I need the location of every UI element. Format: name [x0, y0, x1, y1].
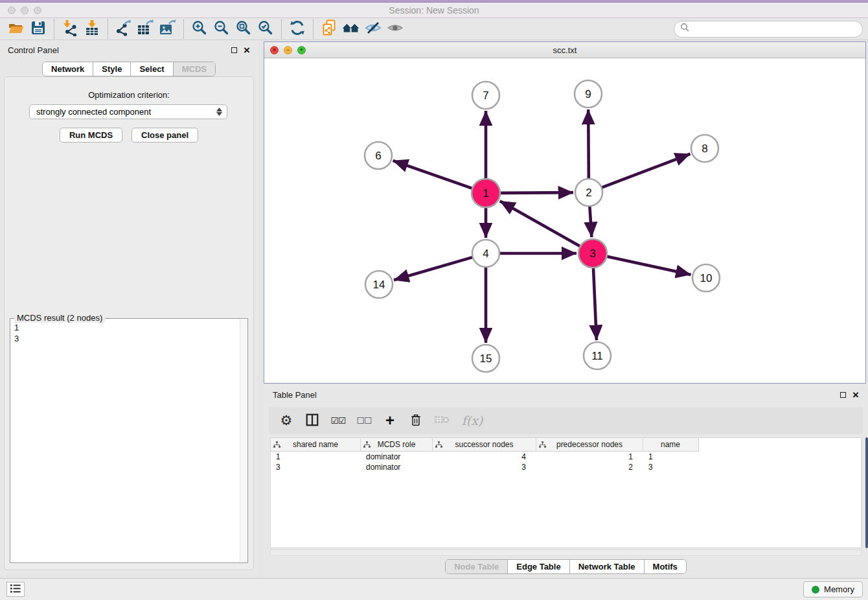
copy-network-icon — [321, 19, 337, 39]
float-table-panel-icon[interactable] — [840, 392, 846, 398]
table-settings-button[interactable]: ⚙ — [277, 410, 296, 432]
table-row[interactable]: 3dominator323 — [271, 462, 861, 472]
search-input[interactable] — [690, 24, 856, 34]
zoom-out-button[interactable] — [211, 19, 233, 39]
status-bar: Memory — [0, 578, 868, 600]
chevron-up-down-icon — [216, 108, 222, 116]
cell-shared-name[interactable]: 1 — [271, 452, 361, 461]
toggle-column-pane-button[interactable] — [303, 410, 322, 432]
export-table-icon — [136, 19, 155, 38]
task-history-button[interactable] — [6, 582, 25, 597]
column-header-predecessor-nodes[interactable]: predecessor nodes — [536, 438, 643, 451]
export-network-icon — [115, 19, 133, 38]
edge-3-1[interactable] — [500, 201, 581, 246]
graph-node-label: 10 — [700, 272, 713, 284]
cell-name[interactable]: 3 — [643, 463, 698, 472]
double-home-icon — [341, 19, 361, 38]
refresh-view-button[interactable] — [286, 19, 308, 39]
memory-label: Memory — [824, 584, 854, 594]
result-scrollbar[interactable] — [240, 319, 247, 562]
add-column-button[interactable]: + — [380, 410, 400, 432]
export-network-button[interactable] — [113, 19, 135, 39]
copy-view-button[interactable] — [318, 19, 340, 39]
column-header-name[interactable]: name — [643, 438, 698, 451]
tab-style[interactable]: Style — [93, 62, 130, 76]
hide-selected-button[interactable] — [362, 19, 384, 39]
edge-4-14[interactable] — [394, 257, 474, 281]
network-graph[interactable]: 7968124314101511 — [264, 58, 865, 383]
optimization-dropdown[interactable]: strongly connected component — [29, 104, 227, 119]
cell-successor-nodes[interactable]: 3 — [433, 463, 536, 472]
zoom-fit-button[interactable] — [233, 19, 255, 39]
delete-column-button[interactable] — [406, 410, 426, 432]
plus-icon: + — [385, 413, 394, 428]
close-panel-icon[interactable]: × — [244, 45, 250, 56]
save-session-button[interactable] — [27, 19, 49, 39]
toolbar-separator — [313, 19, 314, 39]
zoom-in-button[interactable] — [188, 19, 211, 39]
zoom-selected-button[interactable] — [255, 19, 277, 39]
import-table-button[interactable] — [81, 19, 103, 39]
close-panel-button[interactable]: Close panel — [131, 128, 198, 143]
memory-button[interactable]: Memory — [803, 581, 863, 597]
deselect-all-columns-button[interactable]: ☐☐ — [354, 410, 374, 432]
tab-edge-table[interactable]: Edge Table — [507, 560, 569, 573]
edge-2-8[interactable] — [601, 154, 691, 188]
graph-node-label: 4 — [483, 248, 488, 260]
table-row[interactable]: 1dominator411 — [271, 452, 861, 462]
app-title: Session: New Session — [0, 5, 868, 16]
table-panel: Table Panel × ⚙ ☑☑ ☐☐ + f(x) shared name… — [264, 385, 868, 578]
cell-predecessor-nodes[interactable]: 1 — [536, 452, 643, 461]
column-header-shared-name[interactable]: shared name — [271, 438, 361, 451]
delete-table-button[interactable] — [432, 410, 451, 432]
table-toolbar: ⚙ ☑☑ ☐☐ + f(x) — [269, 407, 863, 434]
export-image-button[interactable] — [157, 19, 179, 39]
export-table-button[interactable] — [135, 19, 157, 39]
network-canvas[interactable]: 7968124314101511 — [264, 58, 865, 383]
graph-node-label: 15 — [480, 352, 492, 365]
home-view-button[interactable] — [340, 19, 362, 39]
column-header-MCDS-role[interactable]: MCDS role — [361, 438, 433, 451]
tab-select[interactable]: Select — [130, 62, 172, 76]
table-hscroll-track[interactable] — [270, 549, 862, 556]
open-session-button[interactable] — [5, 19, 27, 39]
table-scrollbar[interactable] — [865, 437, 868, 548]
mcds-result-text[interactable]: 1 3 — [12, 321, 238, 560]
cell-MCDS-role[interactable]: dominator — [361, 452, 433, 461]
show-all-button[interactable] — [384, 19, 406, 39]
cell-name[interactable]: 1 — [643, 452, 698, 461]
edge-3-10[interactable] — [606, 256, 691, 274]
table-header-row: shared nameMCDS rolesuccessor nodesprede… — [271, 438, 699, 452]
close-table-panel-icon[interactable]: × — [852, 389, 859, 400]
zoom-in-icon — [191, 19, 208, 38]
tab-node-table[interactable]: Node Table — [446, 560, 507, 573]
search-box[interactable] — [674, 21, 863, 38]
save-floppy-icon — [30, 19, 47, 38]
column-label: successor nodes — [455, 440, 513, 449]
tab-mcds[interactable]: MCDS — [173, 62, 215, 76]
tab-network[interactable]: Network — [43, 62, 93, 76]
import-network-button[interactable] — [59, 19, 81, 39]
edge-2-3[interactable] — [589, 205, 591, 237]
cell-successor-nodes[interactable]: 4 — [433, 452, 536, 461]
network-window-titlebar[interactable]: scc.txt × − + — [264, 42, 865, 58]
edge-3-11[interactable] — [593, 267, 597, 340]
control-panel: Control Panel × NetworkStyleSelectMCDS O… — [0, 40, 258, 578]
graph-node-label: 7 — [483, 89, 488, 102]
cell-MCDS-role[interactable]: dominator — [361, 463, 433, 472]
main-toolbar — [0, 18, 868, 40]
float-panel-icon[interactable] — [231, 47, 237, 53]
edge-1-2[interactable] — [499, 192, 573, 193]
tab-motifs[interactable]: Motifs — [644, 560, 686, 573]
tab-network-table[interactable]: Network Table — [569, 560, 644, 573]
run-mcds-button[interactable]: Run MCDS — [60, 128, 122, 143]
column-header-successor-nodes[interactable]: successor nodes — [433, 438, 536, 451]
select-all-columns-button[interactable]: ☑☑ — [328, 410, 348, 432]
graph-node-label: 14 — [373, 279, 385, 291]
function-builder-button[interactable]: f(x) — [458, 410, 486, 432]
table-tabs: Node TableEdge TableNetwork TableMotifs — [445, 559, 687, 574]
edge-2-9[interactable] — [588, 110, 589, 179]
edge-1-6[interactable] — [393, 161, 474, 189]
cell-shared-name[interactable]: 3 — [271, 463, 361, 472]
cell-predecessor-nodes[interactable]: 2 — [536, 463, 643, 472]
